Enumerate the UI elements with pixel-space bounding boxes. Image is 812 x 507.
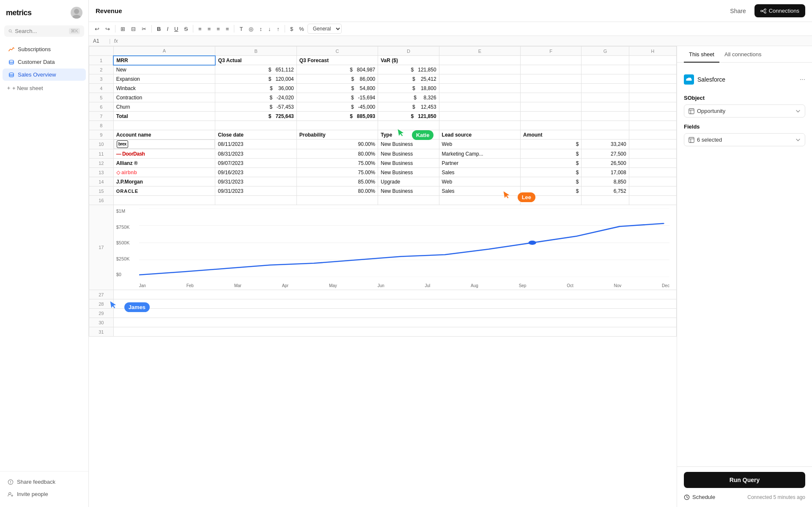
align-justify-button[interactable]: ≡ <box>223 24 232 34</box>
align-center-button[interactable]: ≡ <box>205 24 214 34</box>
tab-this-sheet[interactable]: This sheet <box>684 46 719 63</box>
fields-dropdown[interactable]: 6 selected <box>684 133 805 146</box>
table-row: 5 Contraction $ -24,020 $ -15,694 $ 8,32… <box>89 93 677 102</box>
col-header-c[interactable]: C <box>296 47 378 56</box>
svg-rect-26 <box>689 137 694 142</box>
insert-link-button[interactable]: ◎ <box>246 24 256 34</box>
fields-label: Fields <box>684 123 805 130</box>
spreadsheet-table: A B C D E F G H 1 MRR Q3 Actu <box>89 46 677 337</box>
spreadsheet-area[interactable]: A B C D E F G H 1 MRR Q3 Actu <box>89 46 677 507</box>
strikethrough-button[interactable]: S <box>181 24 190 34</box>
formula-input[interactable] <box>121 38 808 44</box>
col-header-d[interactable]: D <box>378 47 439 56</box>
chart-y-label-0: $0 <box>116 272 130 277</box>
italic-button[interactable]: I <box>164 24 171 34</box>
connected-status: Connected 5 minutes ago <box>747 494 805 500</box>
svg-rect-13 <box>764 8 766 10</box>
salesforce-menu-button[interactable]: ··· <box>800 76 805 83</box>
invite-icon <box>8 491 14 497</box>
col-header-a[interactable]: A <box>113 47 215 56</box>
table-row: 12 Allianz ® 09/07/2023 75.00% New Busin… <box>89 159 677 168</box>
col-header-h[interactable]: H <box>629 47 676 56</box>
percent-button[interactable]: % <box>296 24 307 34</box>
sidebar-item-sales-overview-label: Sales Overview <box>18 71 56 78</box>
avatar[interactable] <box>71 7 82 19</box>
fx-label: fx <box>114 38 118 44</box>
new-sheet-button[interactable]: ＋ + New sheet <box>0 81 88 95</box>
col-header-g[interactable]: G <box>582 47 629 56</box>
chart-x-jun: Jun <box>378 283 384 288</box>
sort-desc-button[interactable]: ↓ <box>266 24 274 34</box>
svg-point-1 <box>72 15 81 19</box>
share-feedback-button[interactable]: Share feedback <box>6 476 82 488</box>
main-area: Revenue Share Connections ↩ ↪ ⊞ ⊟ ✂ B I … <box>89 0 812 507</box>
right-panel: This sheet All connections Salesforce ··… <box>677 46 812 507</box>
search-bar[interactable]: ⌘K <box>4 25 84 37</box>
sobject-dropdown[interactable]: Opportunity <box>684 104 805 118</box>
col-header-e[interactable]: E <box>439 47 520 56</box>
table-row: 6 Churn $ -57,453 $ -45,000 $ 12,453 <box>89 102 677 112</box>
toolbar-sep-1 <box>115 25 115 33</box>
schedule-button[interactable]: Schedule <box>684 492 715 502</box>
invite-people-button[interactable]: Invite people <box>6 488 82 500</box>
svg-point-0 <box>74 9 79 14</box>
sort-asc-button[interactable]: ↕ <box>257 24 265 34</box>
salesforce-logo: Salesforce <box>684 74 725 85</box>
table-row: 16 <box>89 196 677 205</box>
clock-icon <box>684 494 690 500</box>
align-right-button[interactable]: ≡ <box>214 24 222 34</box>
connections-button[interactable]: Connections <box>754 4 805 17</box>
chart-x-may: May <box>329 283 337 288</box>
bold-button[interactable]: B <box>154 24 163 34</box>
chart-x-sep: Sep <box>519 283 527 288</box>
freeze-button[interactable]: ↑ <box>274 24 282 34</box>
panel-bottom: Run Query Schedule Connected 5 minutes a… <box>677 466 812 507</box>
run-query-button[interactable]: Run Query <box>684 472 805 488</box>
table-row: 31 <box>89 327 677 337</box>
undo-button[interactable]: ↩ <box>92 24 102 34</box>
tab-all-connections[interactable]: All connections <box>719 46 766 63</box>
table-row: 8 <box>89 121 677 130</box>
table-row: 4 Winback $ 36,000 $ 54,800 $ 18,800 <box>89 84 677 93</box>
text-wrap-button[interactable]: T <box>237 24 245 34</box>
sidebar-item-subscriptions[interactable]: Subscriptions <box>3 43 86 55</box>
chart-x-dec: Dec <box>662 283 669 288</box>
table-row: 29 <box>89 309 677 318</box>
top-toolbar: Revenue Share Connections <box>89 0 812 22</box>
chart-x-aug: Aug <box>471 283 478 288</box>
cell-c1: Q3 Forecast <box>299 58 329 63</box>
db-icon-1 <box>8 59 14 65</box>
table-row: 3 Expansion $ 120,004 $ 86,000 $ 25,412 <box>89 74 677 84</box>
chart-x-apr: Apr <box>282 283 289 288</box>
chart-x-oct: Oct <box>567 283 573 288</box>
connections-icon <box>760 8 766 14</box>
col-header-b[interactable]: B <box>215 47 296 56</box>
sobject-label: SObject <box>684 95 805 101</box>
svg-line-16 <box>762 11 764 13</box>
copy-button[interactable]: ⊞ <box>118 24 128 34</box>
search-input[interactable] <box>15 28 66 34</box>
sidebar-item-customer-data[interactable]: Customer Data <box>3 56 86 68</box>
fields-icon <box>689 137 694 143</box>
svg-point-8 <box>10 483 11 483</box>
table-row: 13 ◇ airbnb 09/16/2023 75.00% New Busine… <box>89 168 677 177</box>
underline-button[interactable]: U <box>172 24 181 34</box>
cell-a1: MRR <box>116 58 128 63</box>
share-button[interactable]: Share <box>726 6 750 16</box>
redo-button[interactable]: ↪ <box>103 24 112 34</box>
toolbar-sep-5 <box>285 25 285 33</box>
currency-button[interactable]: $ <box>288 24 296 34</box>
formula-bar: A1 | fx <box>89 36 812 46</box>
align-left-button[interactable]: ≡ <box>196 24 204 34</box>
sidebar-item-sales-overview[interactable]: Sales Overview <box>3 69 86 81</box>
panel-content: Salesforce ··· SObject Opportunity Field… <box>677 63 812 466</box>
svg-point-22 <box>528 241 536 245</box>
chevron-down-icon-2 <box>796 137 801 143</box>
paste-button[interactable]: ⊟ <box>129 24 138 34</box>
graph-icon <box>8 47 14 52</box>
cut-button[interactable]: ✂ <box>139 24 149 34</box>
chevron-down-icon <box>796 109 801 114</box>
number-format-select[interactable]: General <box>307 24 342 34</box>
plus-icon: ＋ <box>6 84 11 92</box>
col-header-f[interactable]: F <box>521 47 582 56</box>
